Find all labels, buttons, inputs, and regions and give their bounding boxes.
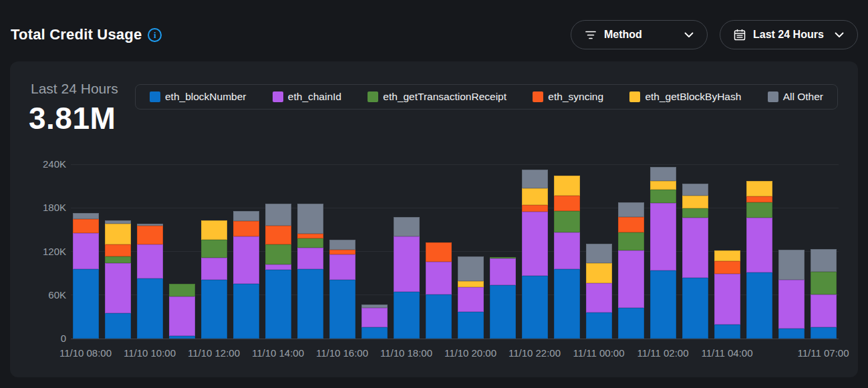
- bar-segment-eth_getTransactionReceipt[interactable]: [682, 208, 708, 218]
- bar-segment-eth_syncing[interactable]: [73, 219, 99, 234]
- bar-segment-All Other[interactable]: [297, 204, 323, 234]
- bar-segment-All Other[interactable]: [682, 184, 708, 195]
- bar-segment-eth_blockNumber[interactable]: [297, 269, 323, 339]
- bar-segment-eth_chainId[interactable]: [297, 248, 323, 269]
- bar-segment-eth_getTransactionReceipt[interactable]: [490, 257, 516, 258]
- bar-segment-eth_blockNumber[interactable]: [490, 285, 516, 339]
- bar-segment-eth_chainId[interactable]: [73, 233, 99, 268]
- legend-item-eth-blocknumber[interactable]: eth_blockNumber: [150, 91, 246, 103]
- bar-segment-All Other[interactable]: [650, 167, 676, 181]
- bar-segment-eth_getBlockByHash[interactable]: [586, 263, 612, 283]
- bar-segment-eth_blockNumber[interactable]: [169, 336, 195, 339]
- bar-segment-eth_syncing[interactable]: [329, 250, 355, 254]
- bar-segment-eth_getBlockByHash[interactable]: [650, 181, 676, 190]
- bar-segment-eth_getTransactionReceipt[interactable]: [169, 284, 195, 296]
- bar-segment-eth_getBlockByHash[interactable]: [746, 181, 772, 196]
- bar-segment-eth_getBlockByHash[interactable]: [105, 224, 131, 244]
- legend-item-eth-gettransactionreceipt[interactable]: eth_getTransactionReceipt: [368, 91, 507, 103]
- bar-segment-eth_getTransactionReceipt[interactable]: [618, 232, 644, 250]
- bar-segment-eth_blockNumber[interactable]: [394, 292, 420, 339]
- bar-segment-eth_chainId[interactable]: [426, 262, 452, 295]
- bar-segment-eth_blockNumber[interactable]: [682, 278, 708, 339]
- bar-segment-eth_chainId[interactable]: [746, 218, 772, 272]
- bar-segment-eth_chainId[interactable]: [490, 258, 516, 284]
- bar-segment-eth_chainId[interactable]: [361, 308, 388, 327]
- bar-segment-eth_chainId[interactable]: [554, 232, 580, 268]
- bar-segment-eth_getTransactionReceipt[interactable]: [650, 190, 676, 203]
- legend-item-eth-chainid[interactable]: eth_chainId: [273, 91, 341, 103]
- bar-segment-eth_blockNumber[interactable]: [73, 269, 99, 339]
- bar-segment-eth_blockNumber[interactable]: [586, 313, 612, 339]
- bar-segment-eth_blockNumber[interactable]: [426, 295, 452, 339]
- legend-item-eth-syncing[interactable]: eth_syncing: [533, 91, 603, 103]
- bar-segment-eth_chainId[interactable]: [105, 263, 131, 313]
- bar-segment-eth_blockNumber[interactable]: [329, 280, 355, 339]
- bar-segment-eth_blockNumber[interactable]: [746, 272, 772, 339]
- bar-segment-eth_blockNumber[interactable]: [201, 280, 227, 339]
- bar-segment-eth_chainId[interactable]: [394, 236, 420, 293]
- bar-segment-eth_syncing[interactable]: [265, 226, 291, 244]
- bar-segment-eth_chainId[interactable]: [522, 212, 548, 276]
- bar-segment-All Other[interactable]: [778, 250, 805, 280]
- bar-segment-eth_blockNumber[interactable]: [618, 308, 644, 339]
- bar-segment-All Other[interactable]: [361, 305, 388, 308]
- bar-segment-eth_syncing[interactable]: [714, 261, 740, 274]
- bar-segment-eth_getBlockByHash[interactable]: [682, 196, 708, 209]
- bar-segment-All Other[interactable]: [233, 211, 259, 221]
- bar-segment-All Other[interactable]: [329, 240, 355, 250]
- bar-segment-eth_getTransactionReceipt[interactable]: [811, 272, 837, 295]
- bar-segment-eth_getTransactionReceipt[interactable]: [746, 202, 772, 218]
- bar-segment-All Other[interactable]: [137, 224, 163, 226]
- bar-segment-eth_chainId[interactable]: [201, 258, 227, 280]
- bar-segment-eth_chainId[interactable]: [778, 280, 805, 329]
- bar-segment-eth_chainId[interactable]: [682, 218, 708, 277]
- bar-segment-eth_getBlockByHash[interactable]: [714, 250, 740, 260]
- bar-segment-eth_syncing[interactable]: [426, 242, 452, 261]
- bar-segment-All Other[interactable]: [394, 217, 420, 236]
- bar-segment-eth_blockNumber[interactable]: [105, 313, 131, 339]
- bar-segment-eth_blockNumber[interactable]: [554, 269, 580, 339]
- bar-segment-eth_chainId[interactable]: [650, 203, 676, 270]
- bar-segment-eth_blockNumber[interactable]: [137, 278, 163, 339]
- bar-segment-eth_getBlockByHash[interactable]: [458, 281, 484, 287]
- bar-segment-eth_chainId[interactable]: [458, 287, 484, 312]
- bar-segment-All Other[interactable]: [618, 202, 644, 218]
- bar-segment-eth_chainId[interactable]: [586, 283, 612, 313]
- bar-segment-eth_blockNumber[interactable]: [778, 329, 805, 339]
- bar-segment-eth_chainId[interactable]: [169, 297, 195, 336]
- bar-segment-eth_syncing[interactable]: [554, 196, 580, 211]
- bar-segment-eth_syncing[interactable]: [297, 234, 323, 238]
- bar-segment-All Other[interactable]: [458, 256, 484, 281]
- legend-item-eth-getblockbyhash[interactable]: eth_getBlockByHash: [629, 91, 741, 103]
- bar-segment-eth_getBlockByHash[interactable]: [522, 188, 548, 205]
- bar-segment-eth_getTransactionReceipt[interactable]: [201, 240, 227, 258]
- bar-segment-eth_syncing[interactable]: [137, 226, 163, 244]
- bar-segment-eth_blockNumber[interactable]: [650, 270, 676, 339]
- bar-segment-eth_blockNumber[interactable]: [265, 270, 291, 339]
- bar-segment-All Other[interactable]: [811, 249, 837, 272]
- bar-segment-eth_chainId[interactable]: [137, 244, 163, 278]
- bar-segment-All Other[interactable]: [105, 220, 131, 224]
- bar-segment-All Other[interactable]: [265, 204, 291, 226]
- bar-segment-All Other[interactable]: [586, 244, 612, 263]
- time-range-dropdown[interactable]: Last 24 Hours: [720, 20, 858, 49]
- bar-segment-eth_syncing[interactable]: [233, 221, 259, 236]
- bar-segment-eth_syncing[interactable]: [105, 244, 131, 256]
- bar-segment-All Other[interactable]: [73, 213, 99, 219]
- bar-segment-eth_chainId[interactable]: [329, 254, 355, 280]
- bar-segment-eth_blockNumber[interactable]: [522, 276, 548, 339]
- bar-segment-eth_chainId[interactable]: [714, 274, 740, 325]
- bar-segment-eth_blockNumber[interactable]: [714, 325, 740, 339]
- bar-segment-eth_syncing[interactable]: [618, 217, 644, 232]
- bar-segment-eth_blockNumber[interactable]: [458, 312, 484, 339]
- method-filter-dropdown[interactable]: Method: [571, 20, 708, 49]
- legend-item-all-other[interactable]: All Other: [768, 91, 823, 103]
- bar-segment-All Other[interactable]: [522, 170, 548, 188]
- bar-segment-eth_chainId[interactable]: [233, 236, 259, 284]
- bar-segment-eth_syncing[interactable]: [746, 196, 772, 202]
- bar-segment-eth_getTransactionReceipt[interactable]: [554, 211, 580, 233]
- bar-segment-eth_syncing[interactable]: [522, 205, 548, 212]
- bar-segment-eth_getBlockByHash[interactable]: [201, 220, 227, 240]
- bar-segment-eth_blockNumber[interactable]: [233, 284, 259, 339]
- bar-segment-eth_blockNumber[interactable]: [811, 327, 837, 339]
